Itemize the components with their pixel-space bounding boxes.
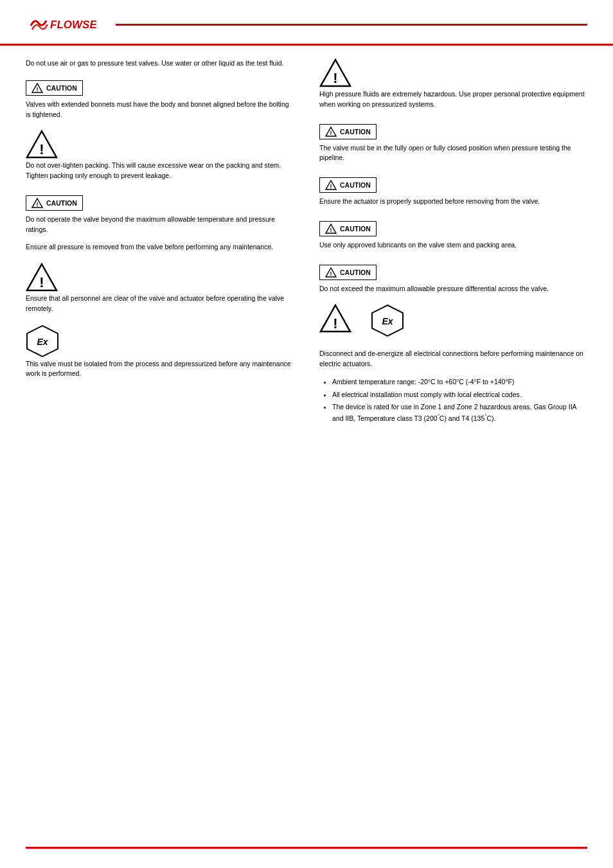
- svg-text:!: !: [37, 201, 39, 208]
- caution-triangle-icon-right-4: !: [325, 267, 337, 278]
- header: FLOWSERVE: [0, 0, 613, 46]
- right-column: ! High pressure fluids are extremely haz…: [319, 58, 587, 434]
- text-block-5: Ensure all pressure is removed from the …: [26, 242, 294, 252]
- ex-symbol-1: Ex: [26, 324, 59, 358]
- svg-text:!: !: [37, 86, 39, 93]
- logo-container: FLOWSERVE: [26, 12, 96, 37]
- warning-triangle-right: !: [319, 304, 351, 335]
- bullet-item-2: All electrical installation must comply …: [332, 390, 587, 400]
- caution-triangle-icon-right-1: !: [325, 127, 337, 137]
- svg-text:!: !: [39, 141, 44, 157]
- svg-text:!: !: [333, 70, 337, 86]
- footer-divider: [26, 847, 587, 849]
- section-caution-right-2: ! CAUTION Ensure the actuator is properl…: [319, 173, 587, 207]
- section-ex-1: Ex This valve must be isolated from the …: [26, 324, 294, 380]
- section-triangle-1: ! Do not over-tighten packing. This will…: [26, 130, 294, 181]
- caution-label-1: CAUTION: [46, 84, 77, 92]
- bullet-item-1: Ambient temperature range: -20°C to +60°…: [332, 377, 587, 387]
- section-caution-1: Do not use air or gas to pressure test v…: [26, 58, 294, 120]
- svg-text:!: !: [330, 270, 332, 277]
- large-warning-triangle-2: !: [26, 263, 58, 292]
- caution-triangle-icon-1: !: [31, 83, 43, 93]
- caution-box-right-3: ! CAUTION: [319, 221, 377, 236]
- caution-box-1: ! CAUTION: [26, 80, 83, 96]
- large-warning-triangle-right-2: !: [319, 304, 351, 333]
- caution-label-right-1: CAUTION: [340, 128, 371, 136]
- text-block-right-5: Do not exceed the maximum allowable pres…: [319, 284, 587, 294]
- svg-text:Ex: Ex: [37, 337, 48, 347]
- page: FLOWSERVE Do not use air or gas to press…: [0, 0, 613, 868]
- caution-label-right-2: CAUTION: [340, 181, 371, 189]
- bullet-item-3: The device is rated for use in Zone 1 an…: [332, 402, 587, 423]
- text-block-ex-1: This valve must be isolated from the pro…: [26, 359, 294, 380]
- svg-text:!: !: [330, 130, 332, 136]
- flowserve-logo: FLOWSERVE: [26, 12, 96, 37]
- section-caution-right-1: ! CAUTION The valve must be in the fully…: [319, 120, 587, 164]
- caution-triangle-icon-2: !: [31, 198, 43, 208]
- caution-triangle-icon-right-3: !: [325, 224, 337, 234]
- section-triangle-right-1: ! High pressure fluids are extremely haz…: [319, 58, 587, 110]
- caution-label-right-4: CAUTION: [340, 269, 371, 276]
- large-warning-triangle-right-1: !: [319, 58, 351, 88]
- text-block-right-warning-2: Disconnect and de-energize all electrica…: [319, 349, 587, 369]
- section-triangle-2: ! Ensure that all personnel are clear of…: [26, 263, 294, 314]
- caution-box-right-4: ! CAUTION: [319, 265, 377, 280]
- section-bullet-list: Ambient temperature range: -20°C to +60°…: [319, 377, 587, 424]
- ex-symbol-2: Ex: [371, 304, 404, 337]
- left-column: Do not use air or gas to pressure test v…: [26, 58, 294, 434]
- main-content: Do not use air or gas to pressure test v…: [0, 46, 613, 447]
- text-block-2: Valves with extended bonnets must have t…: [26, 100, 294, 120]
- header-divider: [116, 24, 587, 26]
- text-block-1: Do not use air or gas to pressure test v…: [26, 58, 294, 69]
- large-warning-triangle-1: !: [26, 130, 58, 159]
- bullet-list: Ambient temperature range: -20°C to +60°…: [319, 377, 587, 424]
- section-caution-right-3: ! CAUTION Use only approved lubricants o…: [319, 217, 587, 251]
- text-block-right-4: Use only approved lubricants on the valv…: [319, 240, 587, 251]
- text-block-4: Do not operate the valve beyond the maxi…: [26, 215, 294, 235]
- caution-label-right-3: CAUTION: [340, 225, 371, 233]
- section-warning-ex-right: ! Ex: [319, 304, 587, 339]
- svg-text:FLOWSERVE: FLOWSERVE: [50, 19, 96, 31]
- caution-box-2: ! CAUTION: [26, 195, 83, 211]
- svg-text:!: !: [330, 183, 332, 190]
- section-caution-right-4: ! CAUTION Do not exceed the maximum allo…: [319, 261, 587, 294]
- svg-text:!: !: [333, 315, 337, 332]
- text-block-right-2: The valve must be in the fully open or f…: [319, 143, 587, 164]
- text-block-right-1: High pressure fluids are extremely hazar…: [319, 89, 587, 110]
- svg-text:Ex: Ex: [382, 316, 393, 326]
- text-block-3: Do not over-tighten packing. This will c…: [26, 161, 294, 181]
- svg-text:!: !: [39, 274, 44, 290]
- text-block-right-3: Ensure the actuator is properly supporte…: [319, 197, 587, 207]
- text-block-warning-1: Ensure that all personnel are clear of t…: [26, 294, 294, 314]
- caution-triangle-icon-right-2: !: [325, 180, 337, 190]
- svg-text:!: !: [330, 227, 332, 233]
- caution-box-right-2: ! CAUTION: [319, 177, 377, 193]
- ex-symbol-right: Ex: [371, 304, 404, 339]
- caution-label-2: CAUTION: [46, 199, 77, 207]
- caution-box-right-1: ! CAUTION: [319, 124, 377, 139]
- section-caution-2: ! CAUTION Do not operate the valve beyon…: [26, 191, 294, 252]
